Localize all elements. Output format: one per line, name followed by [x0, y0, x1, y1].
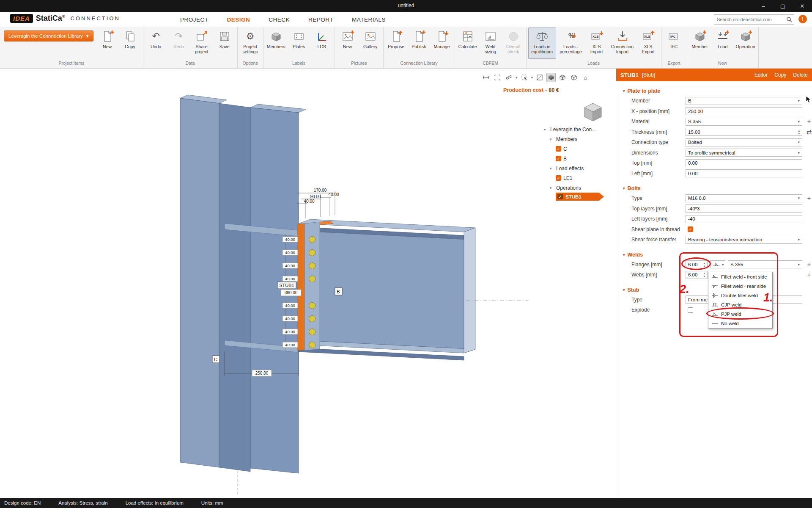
navigation-cube[interactable] [580, 98, 606, 124]
propose-button[interactable]: Propose [385, 28, 407, 59]
members-labels-button[interactable]: Members [265, 28, 287, 59]
beam-member-b[interactable] [299, 219, 475, 360]
dimensions-dropdown[interactable]: To profile symmetrical▾ [686, 149, 802, 157]
tab-project[interactable]: PROJECT [180, 17, 208, 23]
ifc-export-button[interactable]: IFC [663, 28, 685, 59]
calculate-button[interactable]: Calculate [457, 28, 479, 59]
chevron-down-icon[interactable]: ▾ [544, 127, 548, 132]
le1-checkbox[interactable]: ✓ [556, 175, 561, 181]
top-input[interactable]: 0.00 [686, 159, 802, 167]
tab-materials[interactable]: MATERIALS [352, 17, 386, 23]
thickness-stepper[interactable]: 15.00▴▾ [686, 128, 802, 136]
gallery-button[interactable]: Gallery [359, 28, 381, 59]
flange-weld-size-stepper[interactable]: 6.00▴▾ [686, 260, 708, 268]
connection-3d-scene[interactable]: 40.00 90.00 170.00 40.00 40.00 40.00 40.… [0, 69, 616, 498]
loads-in-equilibrium-button[interactable]: Loads in equilibrium [528, 28, 556, 59]
editor-button[interactable]: Editor [754, 72, 768, 78]
x-position-input[interactable]: 250.00 [686, 107, 802, 115]
weld-option-fillet-front[interactable]: Fillet weld - front side [708, 272, 772, 282]
weld-option-pjp[interactable]: PJP weld [708, 309, 772, 319]
manage-button[interactable]: Manage [431, 28, 453, 59]
section-clip-icon[interactable] [535, 73, 544, 82]
member-dropdown[interactable]: B▾ [686, 97, 802, 105]
web-weld-size-stepper[interactable]: 6.00▴▾ [686, 271, 708, 279]
publish-button[interactable]: Publish [408, 28, 430, 59]
connection-library-dropdown[interactable]: Leveragin the Connnection Library ▾ [4, 30, 93, 41]
weld-option-double-fillet[interactable]: Double fillet weld [708, 291, 772, 300]
tree-item-le1[interactable]: ✓ LE1 [544, 173, 613, 183]
search-box[interactable] [714, 14, 794, 25]
project-settings-button[interactable]: ⚙ Project settings [239, 28, 261, 59]
new-picture-button[interactable]: New [337, 28, 359, 59]
member-b-checkbox[interactable]: ✓ [556, 156, 561, 161]
bolt-type-dropdown[interactable]: M16 8.8▾ [686, 194, 802, 202]
tree-members-header[interactable]: ▾ Members [544, 134, 613, 144]
explode-checkbox[interactable] [688, 307, 693, 313]
top-layers-input[interactable]: -40*3 [686, 204, 802, 213]
shaded-view-icon[interactable] [558, 73, 567, 82]
weld-sizing-button[interactable]: Weld sizing [480, 28, 502, 59]
thickness-swap-icon[interactable]: ⇄ [805, 128, 812, 136]
member-c-checkbox[interactable]: ✓ [556, 146, 561, 152]
flange-weld-material-dropdown[interactable]: S 355▾ [728, 260, 802, 268]
shear-force-transfer-dropdown[interactable]: Bearing - tension/shear interaction▾ [686, 236, 802, 244]
loads-percentage-button[interactable]: Loads - percentage [557, 28, 585, 59]
lcs-button[interactable]: LCS [311, 28, 333, 59]
new-project-button[interactable]: New [96, 28, 118, 59]
connection-import-button[interactable]: Connection Import [609, 28, 636, 59]
add-web-weld-button[interactable]: + [805, 271, 812, 279]
tree-load-effects-header[interactable]: ▾ Load effects [544, 163, 613, 173]
overall-check-button[interactable]: Overall check [502, 28, 524, 59]
connection-type-dropdown[interactable]: Bolted▾ [686, 138, 802, 146]
add-material-button[interactable]: + [805, 118, 812, 125]
section-plate-to-plate[interactable]: ▾ Plate to plate [616, 86, 812, 96]
chevron-down-icon[interactable]: ▾ [550, 186, 554, 190]
maximize-button[interactable]: ▢ [773, 0, 793, 12]
weld-option-no-weld[interactable]: No weld [708, 319, 772, 328]
wireframe-view-icon[interactable] [569, 73, 579, 82]
chevron-down-icon[interactable]: ▾ [550, 166, 554, 171]
tree-root[interactable]: ▾ Leveragin the Con... [544, 124, 613, 134]
xls-export-button[interactable]: XLS Export [637, 28, 659, 59]
tab-design[interactable]: DESIGN [227, 17, 250, 23]
selection-mode-icon[interactable] [520, 73, 529, 82]
dimensions-toggle-icon[interactable] [481, 73, 491, 82]
tree-item-stub1[interactable]: ✓ STUB1 [556, 193, 604, 201]
xls-import-button[interactable]: XLS Import [586, 28, 608, 59]
tab-check[interactable]: CHECK [269, 17, 290, 23]
new-operation-button[interactable]: Operation [735, 28, 757, 59]
search-input[interactable] [714, 15, 782, 24]
weld-option-fillet-rear[interactable]: Fillet weld - rear side [708, 282, 772, 291]
add-bolt-type-button[interactable]: + [805, 194, 812, 202]
left-input[interactable]: 0.00 [686, 169, 802, 177]
section-welds[interactable]: ▾ Welds [616, 250, 812, 260]
delete-operation-button[interactable]: Delete [793, 72, 808, 78]
chevron-down-icon[interactable]: ▾ [531, 75, 533, 80]
3d-viewport[interactable]: 40.00 90.00 170.00 40.00 40.00 40.00 40.… [0, 69, 616, 498]
left-layers-input[interactable]: -40 [686, 215, 802, 223]
material-dropdown[interactable]: S 355▾ [686, 118, 802, 126]
copy-project-button[interactable]: Copy [119, 28, 141, 59]
shear-plane-checkbox[interactable]: ✓ [688, 226, 693, 232]
copy-operation-button[interactable]: Copy [774, 72, 786, 78]
weld-option-cjp[interactable]: CJP weld [708, 300, 772, 309]
new-member-button[interactable]: Member [689, 28, 711, 59]
zoom-fit-icon[interactable] [493, 73, 502, 82]
plates-labels-button[interactable]: Plates [288, 28, 310, 59]
share-project-button[interactable]: Share project [191, 28, 213, 59]
tree-item-member-c[interactable]: ✓ C [544, 144, 613, 154]
chevron-down-icon[interactable]: ▾ [550, 137, 554, 141]
info-icon[interactable]: ! [798, 15, 807, 23]
measure-icon[interactable] [504, 73, 513, 82]
new-load-button[interactable]: Load [712, 28, 734, 59]
stub1-checkbox[interactable]: ✓ [557, 194, 563, 199]
chevron-down-icon[interactable]: ▾ [516, 75, 518, 80]
tree-operations-header[interactable]: ▾ Operations [544, 183, 613, 193]
save-button[interactable]: Save [214, 28, 236, 59]
tree-item-member-b[interactable]: ✓ B [544, 154, 613, 163]
tab-report[interactable]: REPORT [308, 17, 333, 23]
minimize-button[interactable]: – [754, 0, 773, 12]
redo-button[interactable]: ↷ Redo [168, 28, 190, 59]
flange-weld-type-dropdown[interactable]: ▾ [710, 260, 725, 268]
solid-view-icon[interactable] [546, 73, 556, 82]
